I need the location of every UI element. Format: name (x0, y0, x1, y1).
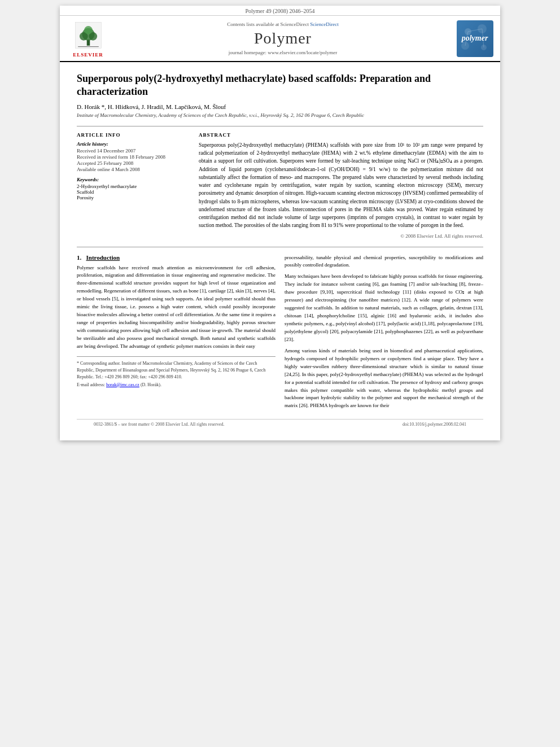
body-area: 1. Introduction Polymer scaffolds have r… (77, 247, 483, 414)
keywords-label: Keywords: (77, 177, 190, 182)
footnote-corresponding: * Corresponding author. Institute of Mac… (77, 360, 275, 381)
journal-homepage: journal homepage: www.elsevier.com/locat… (111, 50, 455, 55)
section1-heading: 1. Introduction (77, 254, 275, 261)
body-right-column: processability, tunable physical and che… (285, 254, 483, 414)
sciencedirect-link: Contents lists available at ScienceDirec… (111, 21, 455, 27)
authors: D. Horák *, H. Hlídková, J. Hradil, M. L… (77, 103, 483, 110)
article-info-abstract: ARTICLE INFO Article history: Received 1… (77, 126, 483, 239)
email-link[interactable]: horak@imc.cas.cz (106, 382, 139, 387)
journal-ref: Polymer 49 (2008) 2046–2054 (60, 6, 500, 16)
keywords-section: Keywords: 2-Hydroxyethyl methacrylate Sc… (77, 177, 190, 200)
polymer-logo-text: polymer (462, 34, 488, 43)
doi-text: doi:10.1016/j.polymer.2008.02.041 (403, 422, 466, 427)
polymer-logo-box: polymer (455, 19, 495, 58)
keyword-1: 2-Hydroxyethyl methacrylate (77, 184, 190, 189)
online-date: Available online 4 March 2008 (77, 167, 190, 172)
affiliation: Institute of Macromolecular Chemistry, A… (77, 112, 483, 118)
accepted-date: Accepted 25 February 2008 (77, 160, 190, 166)
abstract-text: Superporous poly(2-hydroxyethyl methacry… (199, 141, 483, 230)
copyright-line: © 2008 Elsevier Ltd. All rights reserved… (199, 233, 483, 239)
body-paragraph-3: Many techniques have been developed to f… (285, 273, 483, 343)
journal-header: ELSEVIER Contents lists available at Sci… (60, 16, 500, 62)
journal-ref-text: Polymer 49 (2008) 2046–2054 (245, 8, 314, 14)
revised-date: Received in revised form 18 February 200… (77, 154, 190, 160)
abstract-column: ABSTRACT Superporous poly(2-hydroxyethyl… (199, 132, 483, 239)
footnote-area: * Corresponding author. Institute of Mac… (77, 356, 275, 388)
main-content: Superporous poly(2-hydroxyethyl methacry… (60, 62, 500, 440)
body-left-column: 1. Introduction Polymer scaffolds have r… (77, 254, 275, 414)
elsevier-brand-text: ELSEVIER (73, 52, 103, 58)
section1-number: 1. (77, 254, 81, 261)
author-list: D. Horák *, H. Hlídková, J. Hradil, M. L… (77, 103, 226, 110)
body-paragraph-2: processability, tunable physical and che… (285, 254, 483, 270)
received-date: Received 14 December 2007 (77, 148, 190, 154)
keyword-2: Scaffold (77, 189, 190, 195)
page: Polymer 49 (2008) 2046–2054 ELSEVIER (60, 6, 500, 440)
article-title: Superporous poly(2-hydroxyethyl methacry… (77, 72, 483, 99)
body-paragraph-4: Among various kinds of materials being u… (285, 347, 483, 410)
body-paragraph-1: Polymer scaffolds have received much att… (77, 264, 275, 351)
svg-point-5 (84, 26, 93, 34)
sciencedirect-anchor[interactable]: ScienceDirect (310, 21, 338, 27)
article-info-column: ARTICLE INFO Article history: Received 1… (77, 132, 190, 239)
history-label: Article history: (77, 141, 190, 147)
homepage-text: journal homepage: www.elsevier.com/locat… (229, 50, 337, 55)
article-info-label: ARTICLE INFO (77, 132, 190, 138)
issn-text: 0032-3861/$ – see front matter © 2008 El… (94, 422, 225, 427)
footnote-email: E-mail address: horak@imc.cas.cz (D. Hor… (77, 382, 275, 388)
elsevier-tree-icon (73, 20, 104, 51)
journal-center: Contents lists available at ScienceDirec… (111, 19, 455, 58)
elsevier-logo: ELSEVIER (65, 19, 111, 58)
journal-title: Polymer (111, 29, 455, 47)
sciencedirect-text: Contents lists available at ScienceDirec… (227, 21, 309, 27)
keyword-3: Porosity (77, 195, 190, 200)
polymer-logo-image: polymer (457, 20, 493, 57)
bottom-bar: 0032-3861/$ – see front matter © 2008 El… (77, 419, 483, 429)
section1-title: Introduction (86, 254, 120, 261)
abstract-label: ABSTRACT (199, 132, 483, 138)
